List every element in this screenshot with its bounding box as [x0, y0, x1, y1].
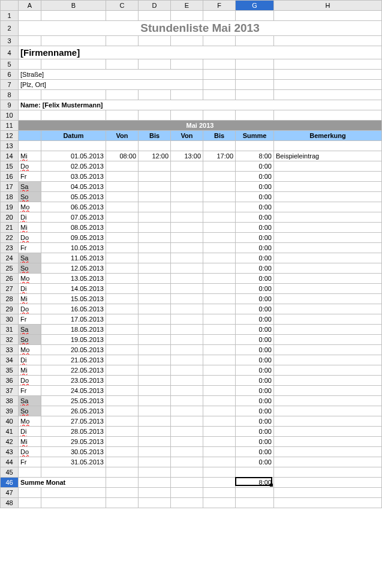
cell[interactable] [171, 488, 203, 498]
to2-cell[interactable] [203, 223, 236, 233]
weekday-cell[interactable]: Do [19, 447, 41, 457]
cell[interactable] [203, 478, 236, 488]
date-cell[interactable]: 20.05.2013 [41, 345, 106, 355]
cell[interactable] [139, 498, 171, 508]
cell[interactable] [41, 36, 106, 46]
date-cell[interactable]: 29.05.2013 [41, 437, 106, 447]
cell[interactable] [139, 141, 171, 151]
from1-cell[interactable] [106, 223, 139, 233]
sum-cell[interactable]: 0:00 [236, 335, 274, 345]
to2-cell[interactable] [203, 284, 236, 294]
from1-cell[interactable]: 08:00 [106, 151, 139, 161]
from2-cell[interactable] [171, 274, 203, 284]
row-header[interactable]: 18 [1, 192, 19, 202]
row-header[interactable]: 3 [1, 36, 19, 46]
to1-cell[interactable] [139, 416, 171, 427]
cell[interactable] [41, 110, 106, 121]
street[interactable]: [Straße] [19, 70, 203, 80]
cell[interactable] [19, 488, 41, 498]
date-cell[interactable]: 07.05.2013 [41, 212, 106, 223]
to2-cell[interactable] [203, 202, 236, 212]
cell[interactable] [203, 59, 236, 70]
date-cell[interactable]: 05.05.2013 [41, 192, 106, 202]
date-cell[interactable]: 06.05.2013 [41, 202, 106, 212]
date-cell[interactable]: 22.05.2013 [41, 365, 106, 376]
row-header[interactable]: 30 [1, 314, 19, 325]
sum-cell[interactable]: 0:00 [236, 314, 274, 325]
row-header[interactable]: 1 [1, 11, 19, 21]
cell[interactable] [274, 467, 382, 478]
to2-cell[interactable] [203, 396, 236, 406]
hdr-von[interactable]: Von [106, 131, 139, 141]
sum-cell[interactable]: 0:00 [236, 304, 274, 314]
from2-cell[interactable] [171, 427, 203, 437]
cell[interactable] [41, 141, 106, 151]
to1-cell[interactable] [139, 304, 171, 314]
sum-cell[interactable]: 0:00 [236, 386, 274, 396]
to1-cell[interactable] [139, 212, 171, 223]
cell[interactable] [274, 498, 382, 508]
cell[interactable] [274, 36, 382, 46]
weekday-cell[interactable]: So [19, 335, 41, 345]
weekday-cell[interactable]: Di [19, 355, 41, 365]
row-header[interactable]: 7 [1, 80, 19, 90]
cell[interactable] [171, 59, 203, 70]
row-header[interactable]: 15 [1, 161, 19, 172]
cell[interactable] [171, 110, 203, 121]
cell[interactable] [19, 59, 41, 70]
weekday-cell[interactable]: Do [19, 376, 41, 386]
to2-cell[interactable] [203, 345, 236, 355]
cell[interactable] [106, 498, 139, 508]
note-cell[interactable] [274, 243, 382, 253]
date-cell[interactable]: 09.05.2013 [41, 233, 106, 243]
cell[interactable] [203, 498, 236, 508]
row-header[interactable]: 45 [1, 467, 19, 478]
column-header-G[interactable]: G [236, 1, 274, 11]
from2-cell[interactable] [171, 182, 203, 192]
weekday-cell[interactable]: Mo [19, 416, 41, 427]
note-cell[interactable] [274, 325, 382, 335]
sum-cell[interactable]: 0:00 [236, 345, 274, 355]
from2-cell[interactable] [171, 447, 203, 457]
city[interactable]: [Plz, Ort] [19, 80, 203, 90]
sum-cell[interactable]: 0:00 [236, 325, 274, 335]
sum-cell[interactable]: 0:00 [236, 161, 274, 172]
from2-cell[interactable] [171, 376, 203, 386]
sum-cell[interactable]: 0:00 [236, 376, 274, 386]
note-cell[interactable] [274, 192, 382, 202]
to1-cell[interactable]: 12:00 [139, 151, 171, 161]
to2-cell[interactable] [203, 325, 236, 335]
cell[interactable] [139, 488, 171, 498]
sum-cell[interactable]: 0:00 [236, 416, 274, 427]
weekday-cell[interactable]: Fr [19, 314, 41, 325]
from1-cell[interactable] [106, 212, 139, 223]
employee-name[interactable]: Name: [Felix Mustermann] [19, 100, 382, 110]
to2-cell[interactable] [203, 274, 236, 284]
cell[interactable] [41, 498, 106, 508]
cell[interactable] [19, 498, 41, 508]
cell[interactable] [41, 59, 106, 70]
weekday-cell[interactable]: Di [19, 427, 41, 437]
date-cell[interactable]: 18.05.2013 [41, 325, 106, 335]
row-header[interactable]: 34 [1, 355, 19, 365]
row-header[interactable]: 19 [1, 202, 19, 212]
cell[interactable] [106, 478, 139, 488]
row-header[interactable]: 47 [1, 488, 19, 498]
note-cell[interactable] [274, 284, 382, 294]
date-cell[interactable]: 21.05.2013 [41, 355, 106, 365]
from1-cell[interactable] [106, 274, 139, 284]
column-header-E[interactable]: E [171, 1, 203, 11]
to1-cell[interactable] [139, 284, 171, 294]
to1-cell[interactable] [139, 355, 171, 365]
cell[interactable] [139, 59, 171, 70]
cell[interactable] [171, 141, 203, 151]
cell[interactable] [203, 80, 236, 90]
weekday-cell[interactable]: Do [19, 161, 41, 172]
sum-cell[interactable]: 0:00 [236, 457, 274, 467]
date-cell[interactable]: 04.05.2013 [41, 182, 106, 192]
to2-cell[interactable] [203, 304, 236, 314]
row-header[interactable]: 42 [1, 437, 19, 447]
note-cell[interactable] [274, 223, 382, 233]
to1-cell[interactable] [139, 263, 171, 274]
cell[interactable] [203, 110, 236, 121]
